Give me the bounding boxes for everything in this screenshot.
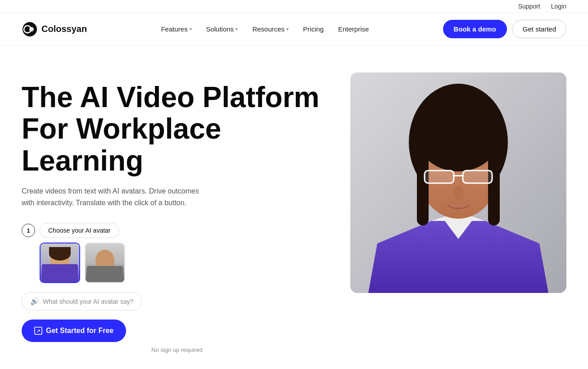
step1-bubble[interactable]: Choose your AI avatar: [40, 223, 119, 238]
hero-subtitle: Create videos from text with AI avatars.…: [22, 185, 211, 208]
logo[interactable]: Colossyan: [22, 21, 87, 37]
login-link[interactable]: Login: [551, 3, 566, 10]
svg-point-11: [419, 131, 498, 167]
main-nav: Colossyan Features ▾ Solutions ▾ Resourc…: [0, 13, 588, 45]
cta-button[interactable]: ↗ Get Started for Free: [22, 320, 126, 342]
get-started-nav-button[interactable]: Get started: [512, 20, 566, 38]
avatar-female-body: [42, 264, 78, 282]
step1-widget: 1 Choose your AI avatar: [22, 223, 332, 283]
avatar-male-thumb[interactable]: [85, 243, 125, 283]
nav-solutions[interactable]: Solutions ▾: [200, 22, 244, 36]
svg-rect-12: [417, 153, 429, 225]
nav-actions: Book a demo Get started: [443, 20, 566, 38]
avatar-row: [40, 243, 332, 283]
logo-icon: [22, 21, 38, 37]
speaker-icon: 🔊: [30, 297, 39, 306]
svg-point-17: [453, 186, 464, 200]
cta-label: Get Started for Free: [46, 327, 113, 335]
nav-features[interactable]: Features ▾: [154, 22, 198, 36]
step-number: 1: [22, 224, 35, 237]
top-bar: Support Login: [0, 0, 588, 13]
hero-title: The AI Video Platform For Workplace Lear…: [22, 81, 332, 176]
svg-point-2: [29, 27, 34, 32]
avatar-text-input[interactable]: 🔊 What should your AI avatar say?: [22, 292, 142, 310]
avatar-female-bg: [41, 243, 79, 282]
logo-text: Colossyan: [41, 24, 87, 34]
external-link-icon: ↗: [34, 327, 42, 335]
hero-avatar-large-bg: [350, 72, 566, 293]
svg-rect-13: [488, 153, 500, 225]
nav-pricing[interactable]: Pricing: [297, 22, 330, 36]
chevron-down-icon: ▾: [235, 27, 238, 32]
no-signup-text: No sign up required: [22, 346, 332, 353]
avatar-male-body: [87, 266, 123, 282]
cta-section: ↗ Get Started for Free No sign up requir…: [22, 320, 332, 353]
hero-section: The AI Video Platform For Workplace Lear…: [0, 45, 588, 369]
svg-rect-16: [453, 175, 464, 176]
nav-resources[interactable]: Resources ▾: [246, 22, 295, 36]
avatar-male-bg: [86, 243, 124, 282]
hero-avatar-display: [350, 72, 566, 293]
avatar-female-hair: [49, 247, 71, 261]
svg-rect-14: [425, 171, 454, 183]
support-link[interactable]: Support: [518, 3, 540, 10]
svg-rect-15: [463, 171, 492, 183]
nav-enterprise[interactable]: Enterprise: [332, 22, 375, 36]
nav-links: Features ▾ Solutions ▾ Resources ▾ Prici…: [154, 22, 375, 36]
hero-left: The AI Video Platform For Workplace Lear…: [22, 72, 332, 359]
avatar-text-placeholder: What should your AI avatar say?: [43, 298, 134, 305]
avatar-svg: [350, 72, 566, 293]
chevron-down-icon: ▾: [190, 27, 192, 32]
avatar-female-thumb[interactable]: [40, 243, 80, 283]
book-demo-button[interactable]: Book a demo: [443, 20, 507, 38]
text-input-row: 🔊 What should your AI avatar say?: [22, 292, 332, 310]
chevron-down-icon: ▾: [286, 27, 289, 32]
step-label: 1 Choose your AI avatar: [22, 223, 332, 238]
